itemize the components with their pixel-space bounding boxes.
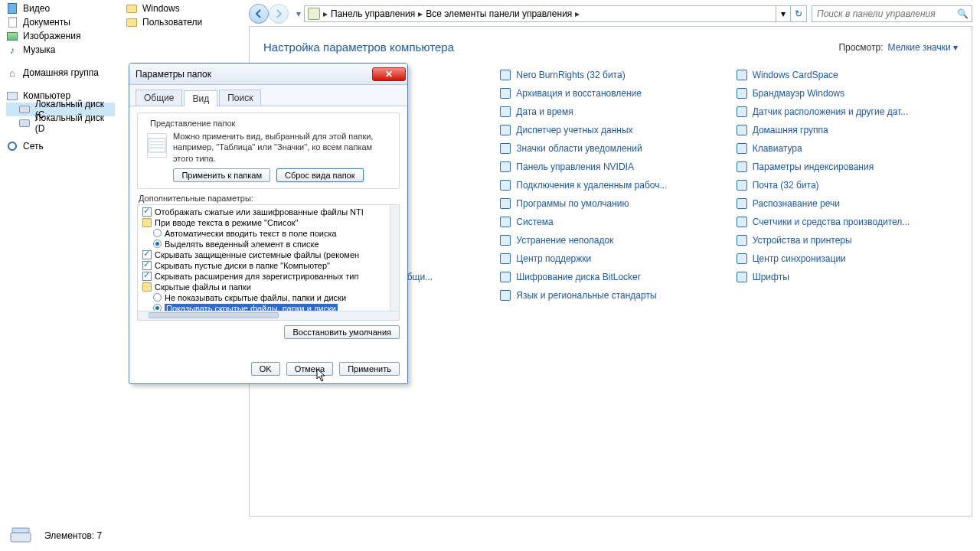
opt-auto-type-search[interactable]: Автоматически вводить текст в поле поиск… — [139, 228, 388, 239]
cp-item[interactable]: Счетчики и средства производител... — [736, 214, 958, 230]
tab-general[interactable]: Общие — [136, 90, 182, 106]
checkbox-icon[interactable] — [142, 250, 152, 259]
cp-item[interactable]: Язык и региональные стандарты — [499, 288, 721, 303]
tab-view[interactable]: Вид — [184, 90, 217, 106]
radio-icon[interactable] — [153, 293, 162, 302]
cp-item[interactable]: Почта (32 бита) — [736, 178, 958, 193]
tree-documents[interactable]: Документы — [6, 15, 115, 29]
apply-button[interactable]: Применить — [339, 362, 400, 376]
cp-item-icon — [499, 234, 511, 246]
cp-item[interactable]: Дата и время — [499, 104, 721, 119]
opt-dont-show-hidden[interactable]: Не показывать скрытые файлы, папки и дис… — [139, 292, 388, 303]
cp-item[interactable]: Распознавание речи — [736, 196, 958, 211]
cp-item[interactable]: Домашняя группа — [736, 122, 958, 138]
breadcrumb-1[interactable]: Панель управления — [328, 8, 418, 19]
search-input[interactable] — [815, 8, 957, 20]
cp-item[interactable]: Брандмауэр Windows — [736, 86, 958, 101]
cancel-button[interactable]: Отмена — [286, 362, 333, 376]
tree-network[interactable]: Сеть — [6, 139, 115, 153]
tree-images[interactable]: Изображения — [6, 29, 115, 43]
cp-item[interactable]: Шифрование диска BitLocker — [499, 269, 721, 285]
cp-item-icon — [736, 124, 748, 136]
radio-icon[interactable] — [153, 240, 162, 248]
cp-item[interactable]: Панель управления NVIDIA — [499, 159, 721, 174]
vertical-scrollbar[interactable] — [390, 205, 399, 311]
cp-item[interactable]: Параметры индексирования — [736, 159, 958, 174]
control-panel-icon — [308, 8, 320, 20]
cp-item[interactable]: Программы по умолчанию — [499, 196, 721, 211]
nav-forward-button[interactable] — [269, 4, 289, 24]
folder-users[interactable]: Пользователи — [118, 15, 249, 29]
cp-item-label: Диспетчер учетных данных — [516, 125, 632, 135]
cp-item[interactable]: Диспетчер учетных данных — [499, 122, 721, 138]
nav-history-dropdown[interactable]: ▾ — [293, 4, 304, 24]
tree-music[interactable]: ♪Музыка — [6, 43, 115, 57]
folder-views-group: Представление папок Можно применить вид,… — [137, 112, 400, 189]
address-dropdown[interactable]: ▾ — [776, 5, 790, 22]
breadcrumb-2[interactable]: Все элементы панели управления — [423, 8, 575, 19]
chevron-right-icon: ▸ — [575, 8, 580, 19]
opt-typing-list-mode[interactable]: При вводе текста в режиме "Список" — [139, 217, 388, 228]
cp-item[interactable]: Устройства и принтеры — [736, 233, 958, 248]
svg-rect-0 — [11, 533, 31, 542]
cp-item[interactable]: Система — [499, 214, 721, 230]
tree-label: Изображения — [23, 31, 80, 41]
folder-icon — [142, 218, 152, 227]
checkbox-icon[interactable] — [142, 272, 152, 281]
cp-item[interactable]: Шрифты — [736, 269, 958, 285]
cp-item-icon — [499, 216, 511, 228]
reset-folders-button[interactable]: Сброс вида папок — [276, 168, 364, 182]
page-title: Настройка параметров компьютера — [263, 41, 454, 54]
cp-item[interactable]: Датчик расположения и другие дат... — [736, 104, 958, 119]
cp-item-label: Панель управления NVIDIA — [516, 161, 634, 172]
view-dropdown[interactable]: Мелкие значки ▾ — [888, 42, 958, 53]
apply-to-folders-button[interactable]: Применить к папкам — [173, 168, 270, 182]
refresh-button[interactable]: ↻ — [790, 5, 807, 22]
opt-hidden-files-group[interactable]: Скрытые файлы и папки — [139, 282, 388, 292]
cp-item[interactable]: Архивация и восстановление — [499, 86, 721, 101]
opt-hide-empty-drives[interactable]: Скрывать пустые диски в папке "Компьютер… — [139, 260, 388, 271]
tree-local-disk-d[interactable]: Локальный диск (D — [6, 116, 115, 130]
folder-label: Пользователи — [142, 17, 202, 28]
cp-item[interactable]: Подключения к удаленным рабоч... — [499, 178, 721, 193]
cp-item[interactable]: Клавиатура — [736, 141, 958, 156]
opt-hide-protected-os[interactable]: Скрывать защищенные системные файлы (рек… — [139, 249, 388, 260]
dialog-title: Параметры папок — [136, 69, 211, 80]
cp-item[interactable]: Центр поддержки — [499, 251, 721, 266]
cp-item[interactable]: Центр синхронизации — [736, 251, 958, 266]
radio-icon[interactable] — [153, 229, 162, 237]
tree-label: Видео — [23, 3, 50, 14]
svg-rect-1 — [12, 528, 29, 533]
nav-back-button[interactable] — [249, 4, 269, 24]
address-bar[interactable]: ▸ Панель управления ▸ Все элементы панел… — [304, 5, 776, 22]
ok-button[interactable]: OK — [251, 362, 280, 376]
dialog-titlebar[interactable]: Параметры папок ✕ — [129, 64, 407, 85]
tree-label: Документы — [23, 17, 70, 28]
tab-search[interactable]: Поиск — [219, 90, 261, 106]
group-text: Можно применить вид, выбранный для этой … — [173, 131, 393, 164]
restore-defaults-button[interactable]: Восстановить умолчания — [284, 325, 400, 339]
cp-item[interactable]: Windows CardSpace — [736, 67, 958, 83]
tree-homegroup[interactable]: ⌂Домашняя группа — [6, 66, 115, 80]
cp-item[interactable]: Nero BurnRights (32 бита) — [499, 67, 721, 83]
opt-select-typed-item[interactable]: Выделять введенный элемент в списке — [139, 239, 388, 249]
opt-hide-extensions[interactable]: Скрывать расширения для зарегистрированн… — [139, 271, 388, 282]
cp-item-icon — [499, 253, 511, 265]
cp-item-label: Распознавание речи — [753, 198, 840, 209]
tree-label: Музыка — [23, 44, 55, 55]
cp-item-icon — [736, 197, 748, 210]
cp-item-icon — [499, 87, 511, 99]
film-icon — [6, 2, 18, 15]
dialog-close-button[interactable]: ✕ — [372, 67, 406, 81]
cp-item[interactable]: Устранение неполадок — [499, 233, 721, 248]
checkbox-icon[interactable] — [142, 261, 152, 270]
music-icon: ♪ — [6, 44, 18, 56]
cp-item[interactable]: Значки области уведомлений — [499, 141, 721, 156]
folder-windows[interactable]: Windows — [118, 2, 249, 15]
checkbox-icon[interactable] — [142, 207, 152, 217]
opt-show-encrypted[interactable]: Отображать сжатые или зашифрованные файл… — [139, 207, 388, 217]
scrollbar-thumb[interactable] — [149, 312, 279, 318]
horizontal-scrollbar[interactable] — [138, 311, 399, 320]
search-box[interactable]: 🔍 — [812, 5, 972, 22]
tree-video[interactable]: Видео — [6, 2, 115, 15]
